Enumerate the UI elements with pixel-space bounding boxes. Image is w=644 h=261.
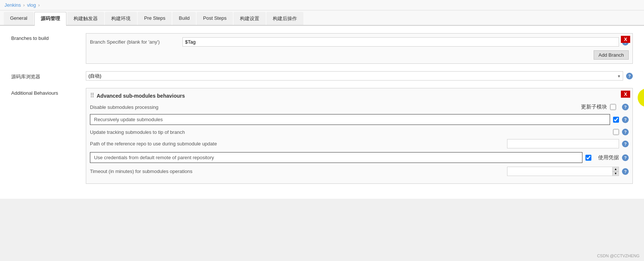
behaviour-row-6: Timeout (in minutes) for submodules oper… [90,167,629,176]
tab-构建后操作[interactable]: 构建后操作 [266,12,303,25]
branches-to-build-row: Branches to build X Branch Specifier (bl… [11,33,633,64]
behaviour-row-4: Path of the reference repo to use during… [90,139,629,148]
behaviour-label-6: Timeout (in minutes) for submodules oper… [90,169,504,174]
behaviour-checkbox-1[interactable] [610,104,616,110]
behaviour-label-5: Use credentials from default remote of p… [90,152,582,163]
behaviour-help-5[interactable]: ? [622,154,629,161]
tab-源码管理[interactable]: 源码管理 [34,12,66,26]
branches-field: X Branch Specifier (blank for 'any') ? A… [86,33,633,64]
source-browser-select[interactable]: (自动) [86,71,623,81]
behaviour-row-2: Recursively update submodules ? [90,114,629,125]
spinner-up-button[interactable]: ▲ [612,167,619,172]
timeout-input[interactable] [507,167,619,176]
add-branch-row: Add Branch [90,50,629,60]
behaviour-help-4[interactable]: ? [622,141,629,147]
behaviour-row-1: Disable submodules processing 更新子模块 ↖ ? [90,104,629,110]
behaviours-title-text: Advanced sub-modules behaviours [97,93,185,99]
tab-build[interactable]: Build [172,12,196,25]
breadcrumb-sep-2: › [38,2,40,8]
additional-behaviours-field: X ⠿ Advanced sub-modules behaviours Disa… [86,88,633,184]
behaviours-box: X ⠿ Advanced sub-modules behaviours Disa… [86,88,633,184]
behaviour-help-6[interactable]: ? [622,168,629,175]
content-area: Branches to build X Branch Specifier (bl… [0,26,644,199]
remove-behaviours-button[interactable]: X [621,91,630,98]
add-branch-button[interactable]: Add Branch [594,50,629,60]
behaviour-label-1: Disable submodules processing [90,104,574,110]
source-browser-label: 源码库浏览器 [11,71,86,80]
source-browser-select-container: (自动) [86,71,623,81]
spinner-down-button[interactable]: ▼ [612,172,619,176]
cursor-circle: ↖ [638,88,644,107]
branch-box: X Branch Specifier (blank for 'any') ? A… [86,33,633,64]
main-container: General源码管理构建触发器构建环境Pre StepsBuildPost S… [0,10,644,199]
behaviour-row-3: Update tracking submodules to tip of bra… [90,129,629,135]
tab-bar: General源码管理构建触发器构建环境Pre StepsBuildPost S… [0,10,644,26]
remove-branch-button[interactable]: X [621,36,630,43]
chinese-label-5: 使用凭据 [598,154,619,161]
tab-构建触发器[interactable]: 构建触发器 [67,12,104,25]
breadcrumb: Jenkins › vlog › [0,0,644,10]
breadcrumb-jenkins[interactable]: Jenkins [4,2,21,8]
branch-specifier-input[interactable] [182,37,619,47]
behaviour-help-2[interactable]: ? [622,116,629,123]
behaviour-label-2: Recursively update submodules [90,114,610,125]
tab-构建设置[interactable]: 构建设置 [234,12,266,25]
behaviour-row-5: Use credentials from default remote of p… [90,152,629,163]
tab-构建环境[interactable]: 构建环境 [105,12,137,25]
source-browser-row: 源码库浏览器 (自动) ? [11,71,633,81]
behaviour-help-3[interactable]: ? [622,129,629,135]
behaviour-checkbox-2[interactable] [613,117,619,123]
branch-specifier-row: Branch Specifier (blank for 'any') ? [90,37,629,47]
behaviours-title: ⠿ Advanced sub-modules behaviours [90,92,629,99]
breadcrumb-vlog[interactable]: vlog [27,2,36,8]
behaviour-checkbox-5[interactable] [585,155,591,161]
branches-label: Branches to build [11,33,86,41]
chinese-label-1: 更新子模块 [581,104,607,110]
behaviour-label-3: Update tracking submodules to tip of bra… [90,129,610,135]
drag-handle-icon[interactable]: ⠿ [90,92,94,99]
tab-poststeps[interactable]: Post Steps [197,12,233,25]
additional-behaviours-row: Additional Behaviours X ⠿ Advanced sub-m… [11,88,633,184]
breadcrumb-sep-1: › [23,2,25,8]
behaviour-label-4: Path of the reference repo to use during… [90,141,504,147]
source-browser-field: (自动) ? [86,71,633,81]
behaviour-help-1[interactable]: ? [622,104,629,110]
behaviour-input-4[interactable] [507,139,619,148]
additional-behaviours-label: Additional Behaviours [11,88,86,96]
source-browser-help-icon[interactable]: ? [626,73,633,79]
behaviour-checkbox-3[interactable] [613,129,619,135]
tab-general[interactable]: General [4,12,34,25]
spinner-buttons: ▲ ▼ [612,167,619,176]
timeout-input-wrapper: ▲ ▼ [507,167,619,176]
branch-specifier-label: Branch Specifier (blank for 'any') [90,39,179,45]
tab-presteps[interactable]: Pre Steps [138,12,172,25]
